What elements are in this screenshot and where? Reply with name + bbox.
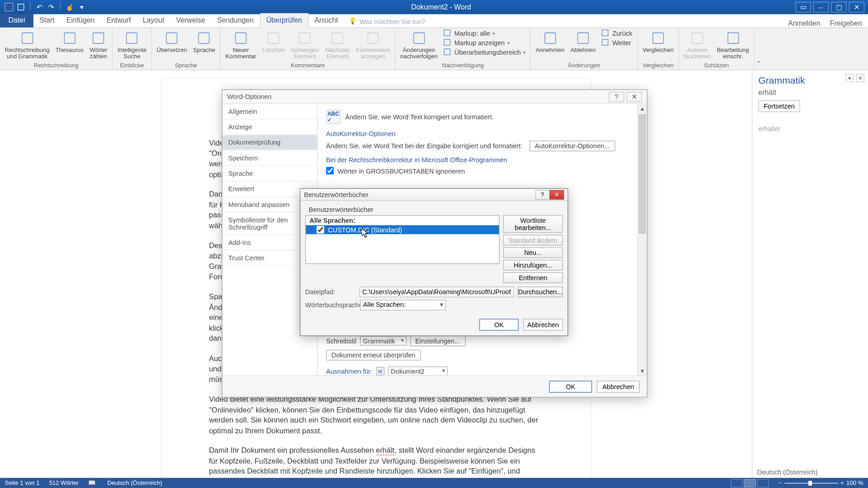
checkbox-caps[interactable] (326, 167, 334, 174)
ribbon-col-item[interactable]: Weiter (602, 39, 632, 47)
lang-icon (196, 30, 212, 46)
word-count[interactable]: 512 Wörter (49, 480, 79, 487)
ok-button[interactable]: OK (549, 380, 592, 392)
ribbon-button[interactable]: Autorenblockieren (681, 29, 713, 61)
new-button[interactable]: Neu... (503, 247, 563, 258)
ribbon-button-label: Vergleichen (642, 47, 674, 53)
grammar-suggestion[interactable]: erhaltet (758, 125, 862, 132)
scroll-down-icon[interactable]: ▾ (638, 366, 647, 375)
file-tab[interactable]: Datei (0, 14, 33, 27)
exceptions-select[interactable]: Dokument2 (388, 366, 448, 375)
cancel-button[interactable]: Abbrechen (597, 380, 640, 392)
ribbon-button[interactable]: NächstesElement (323, 29, 353, 61)
proof-icon[interactable]: 📖 (88, 480, 95, 487)
tab-start[interactable]: Start (33, 14, 61, 27)
zoom-in-icon[interactable]: + (840, 480, 844, 487)
ribbon-col-item[interactable]: Überarbeitungsbereich ▾ (443, 48, 525, 56)
ok-button[interactable]: OK (479, 319, 519, 331)
ribbon-collapse-icon[interactable]: ⌃ (755, 28, 763, 70)
tab-layout[interactable]: Layout (137, 14, 170, 27)
settings-button[interactable]: Einstellungen... (410, 335, 466, 346)
help-icon[interactable]: ? (609, 91, 624, 101)
language-indicator[interactable]: Deutsch (Österreich) (107, 480, 162, 487)
close-icon[interactable]: ✕ (849, 2, 864, 13)
touch-icon[interactable]: ☝ (64, 2, 75, 13)
options-nav-item[interactable]: Sprache (222, 166, 317, 181)
ribbon-button[interactable]: NeuerKommentar (223, 29, 259, 61)
ribbon-button[interactable]: VorherigesElement (288, 29, 322, 61)
ribbon-group: AnnehmenAblehnenZurückWeiterÄnderungen (531, 28, 637, 70)
tab-verweise[interactable]: Verweise (170, 14, 211, 27)
ribbon-button[interactable]: IntelligenteSuche (115, 29, 149, 61)
help-icon[interactable]: ? (535, 190, 550, 199)
zoom-slider[interactable] (784, 482, 838, 483)
ribbon-button[interactable]: Annehmen (533, 29, 566, 54)
options-nav-item[interactable]: Allgemein (222, 103, 317, 119)
view-print-icon[interactable] (744, 479, 756, 487)
ribbon-button[interactable]: Änderungennachverfolgen (398, 29, 440, 61)
scrollbar[interactable]: ▴ ▾ (637, 103, 647, 375)
edit-wordlist-button[interactable]: Wortliste bearbeiten... (503, 215, 563, 233)
signin-link[interactable]: Anmelden (788, 19, 820, 27)
ribbon-col-item[interactable]: Markup: alle▾ (443, 29, 525, 38)
cancel-button[interactable]: Abbrechen (524, 319, 563, 331)
dict-item-checkbox[interactable] (316, 226, 324, 234)
dictionary-list[interactable]: Alle Sprachen: CUSTOM.DIC (Standard) (305, 215, 500, 264)
browse-button[interactable]: Durchsuchen... (518, 286, 563, 297)
save-icon[interactable] (15, 2, 26, 13)
ribbon-button[interactable]: Bearbeitungeinschr. (715, 29, 752, 61)
tab-einfuegen[interactable]: Einfügen (61, 14, 101, 27)
share-button[interactable]: Freigeben (830, 19, 862, 27)
page-indicator[interactable]: Seite 1 von 1 (5, 480, 40, 487)
ribbon-button[interactable]: Löschen (260, 29, 287, 54)
ribbon-button[interactable]: Thesaurus (53, 29, 86, 54)
view-web-icon[interactable] (757, 479, 769, 487)
view-read-icon[interactable] (731, 479, 743, 487)
ribbon-button[interactable]: Übersetzen (154, 29, 189, 54)
dialog-titlebar[interactable]: Benutzerwörterbücher ? ✕ (301, 189, 568, 201)
grammar-error[interactable]: erhält (376, 446, 394, 455)
dict-lang-select[interactable]: Alle Sprachen: (360, 300, 446, 310)
recheck-button[interactable]: Dokument erneut überprüfen (326, 350, 420, 361)
autocorr-options-button[interactable]: AutoKorrektur-Optionen... (529, 141, 615, 151)
group-title: Benutzerwörterbücher (305, 204, 563, 215)
qat-custom-icon[interactable]: ▾ (76, 2, 87, 13)
remove-button[interactable]: Entfernen (503, 272, 563, 283)
zoom-out-icon[interactable]: − (778, 480, 782, 487)
zoom-value[interactable]: 100 % (846, 480, 863, 487)
close-icon[interactable]: ✕ (627, 91, 642, 101)
autocorr-text: Ändern Sie, wie Word Text bei der Eingab… (326, 142, 522, 150)
ribbon-button[interactable]: Rechtschreibungund Grammatik (2, 29, 52, 61)
ribbon-button[interactable]: Ablehnen (568, 29, 598, 54)
undo-icon[interactable]: ↶ (34, 2, 45, 13)
restore-icon[interactable]: ▢ (831, 2, 846, 13)
ribbon-col-item[interactable]: Markup anzeigen ▾ (443, 39, 525, 47)
writing-style-select[interactable]: Grammatik (360, 336, 406, 346)
dialog-titlebar[interactable]: Word-Optionen ? ✕ (222, 90, 647, 103)
ribbon-options-icon[interactable]: ▭ (795, 2, 811, 13)
scroll-up-icon[interactable]: ▴ (638, 103, 647, 113)
grammar-resume-button[interactable]: Fortsetzen (758, 100, 800, 112)
tellme[interactable]: 💡Was möchten Sie tun? (344, 15, 430, 28)
options-nav-item[interactable]: Speichern (222, 150, 317, 165)
change-default-button[interactable]: Standard ändern (503, 235, 563, 246)
tab-ueberpruefen[interactable]: Überprüfen (259, 13, 308, 28)
pane-close-icon[interactable]: ✕ (856, 74, 864, 82)
options-nav-item[interactable]: Dokumentprüfung (222, 135, 317, 150)
tab-entwurf[interactable]: Entwurf (101, 14, 137, 27)
close-icon[interactable]: ✕ (550, 190, 564, 199)
tab-sendungen[interactable]: Sendungen (211, 14, 259, 27)
ribbon-button[interactable]: Kommentareanzeigen (354, 29, 392, 61)
add-button[interactable]: Hinzufügen... (503, 260, 563, 271)
tab-ansicht[interactable]: Ansicht (309, 14, 344, 27)
dict-item[interactable]: CUSTOM.DIC (Standard) (306, 225, 499, 234)
ribbon-col-item[interactable]: Zurück (602, 29, 632, 38)
minimize-icon[interactable]: – (813, 2, 829, 13)
redo-icon[interactable]: ↷ (46, 2, 57, 13)
ribbon-button[interactable]: Vergleichen (640, 29, 676, 54)
ribbon-button[interactable]: Sprache (191, 29, 218, 54)
scrollbar-thumb[interactable] (639, 114, 646, 234)
pane-options-icon[interactable]: ▾ (845, 74, 854, 82)
ribbon-button[interactable]: Wörterzählen (87, 29, 110, 61)
options-nav-item[interactable]: Anzeige (222, 119, 317, 135)
